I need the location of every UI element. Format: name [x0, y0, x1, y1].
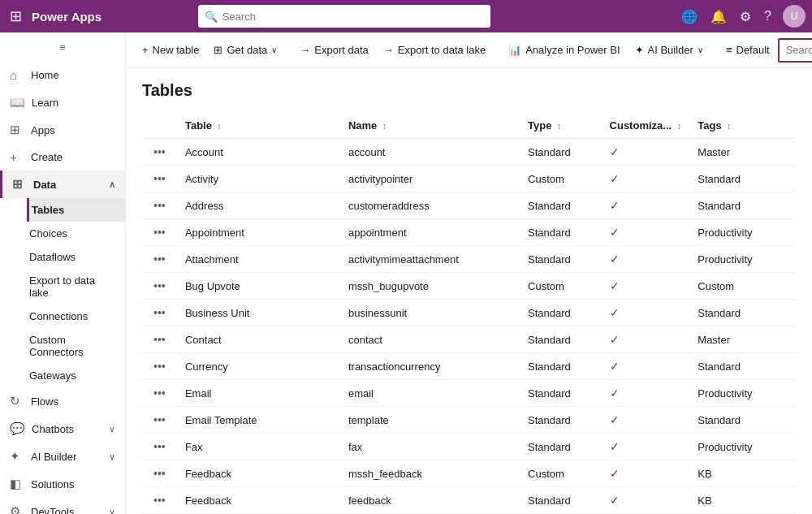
sidebar-item-data[interactable]: ⊞ Data ∧	[0, 171, 125, 198]
col-name-header[interactable]: Name ↕	[340, 113, 520, 139]
row-context-menu-button[interactable]: •••	[150, 331, 169, 348]
bell-icon[interactable]: 🔔	[706, 6, 732, 28]
row-table-4: Attachment	[177, 246, 340, 273]
row-name-7: contact	[340, 326, 520, 353]
sidebar-subitem-gateways[interactable]: Gateways	[29, 364, 125, 387]
row-dots-10[interactable]: •••	[142, 407, 177, 434]
row-dots-13[interactable]: •••	[142, 487, 177, 514]
table-row[interactable]: ••• Attachment activitymimeattachment St…	[142, 246, 796, 273]
sidebar-item-devtools[interactable]: ⚙ DevTools ∨	[0, 498, 125, 514]
grid-icon[interactable]: ⊞	[6, 4, 25, 28]
row-tags-7: Master	[689, 326, 796, 353]
sidebar-item-flows[interactable]: ↻ Flows	[0, 387, 125, 415]
sidebar-collapse-button[interactable]: ≡	[0, 32, 125, 62]
sidebar-subitem-export-data-lake[interactable]: Export to data lake	[29, 269, 125, 305]
row-context-menu-button[interactable]: •••	[150, 278, 169, 294]
row-context-menu-button[interactable]: •••	[150, 197, 169, 214]
table-row[interactable]: ••• Bug Upvote mssh_bugupvote Custom ✓ C…	[142, 273, 796, 300]
row-dots-7[interactable]: •••	[142, 326, 177, 353]
row-name-0: account	[340, 139, 520, 166]
row-context-menu-button[interactable]: •••	[150, 385, 169, 401]
sidebar-item-chatbots[interactable]: 💬 Chatbots ∨	[0, 415, 125, 443]
row-context-menu-button[interactable]: •••	[150, 492, 169, 508]
row-context-menu-button[interactable]: •••	[150, 144, 169, 160]
ai-builder-button[interactable]: ✦ AI Builder ∨	[628, 40, 710, 60]
row-dots-1[interactable]: •••	[142, 166, 177, 192]
export-data-button[interactable]: → Export data	[293, 40, 375, 60]
analyze-power-bi-button[interactable]: 📊 Analyze in Power BI	[502, 40, 626, 60]
table-search-box[interactable]	[778, 38, 812, 63]
sidebar-item-learn[interactable]: 📖 Learn	[0, 89, 125, 116]
row-dots-4[interactable]: •••	[142, 246, 177, 273]
table-row[interactable]: ••• Feedback feedback Standard ✓ KB	[142, 487, 796, 514]
row-dots-3[interactable]: •••	[142, 219, 177, 246]
row-name-2: customeraddress	[340, 192, 520, 219]
help-icon[interactable]: ?	[759, 6, 776, 27]
connections-label: Connections	[29, 310, 88, 322]
row-context-menu-button[interactable]: •••	[150, 358, 169, 374]
table-row[interactable]: ••• Email Template template Standard ✓ S…	[142, 407, 796, 434]
row-dots-12[interactable]: •••	[142, 460, 177, 487]
row-context-menu-button[interactable]: •••	[150, 224, 169, 240]
row-dots-9[interactable]: •••	[142, 380, 177, 407]
sidebar-subitem-dataflows[interactable]: Dataflows	[29, 245, 125, 269]
sidebar-subitem-choices[interactable]: Choices	[29, 222, 125, 245]
get-data-button[interactable]: ⊞ Get data ∨	[207, 40, 283, 60]
avatar[interactable]: U	[783, 5, 806, 28]
col-table-header[interactable]: Table ↕	[177, 113, 340, 139]
table-row[interactable]: ••• Feedback mssh_feedback Custom ✓ KB	[142, 460, 796, 487]
data-subitems: Tables Choices Dataflows Export to data …	[0, 198, 125, 387]
row-context-menu-button[interactable]: •••	[150, 251, 169, 267]
new-table-button[interactable]: + New table	[136, 40, 205, 60]
tables-table: Table ↕ Name ↕ Type ↕ Customiza...	[142, 113, 796, 514]
row-type-10: Standard	[520, 407, 602, 434]
sidebar-item-label: Create	[31, 151, 63, 163]
sidebar-item-solutions[interactable]: ◧ Solutions	[0, 470, 125, 498]
row-dots-11[interactable]: •••	[142, 434, 177, 460]
sidebar-subitem-connections[interactable]: Connections	[29, 305, 125, 328]
sidebar-subitem-custom-connectors[interactable]: Custom Connectors	[29, 328, 125, 364]
custom-connectors-label: Custom Connectors	[29, 334, 115, 358]
col-custom-header[interactable]: Customiza... ↕	[602, 113, 690, 139]
table-row[interactable]: ••• Business Unit businessunit Standard …	[142, 300, 796, 326]
table-search-input[interactable]	[786, 44, 812, 56]
sidebar-subitem-tables[interactable]: Tables	[27, 198, 125, 222]
row-context-menu-button[interactable]: •••	[150, 438, 169, 455]
chevron-down-icon: ∨	[109, 451, 115, 462]
row-context-menu-button[interactable]: •••	[150, 305, 169, 321]
sort-icon: ↕	[218, 122, 222, 131]
table-row[interactable]: ••• Activity activitypointer Custom ✓ St…	[142, 166, 796, 192]
row-context-menu-button[interactable]: •••	[150, 171, 169, 187]
global-search-box[interactable]: 🔍	[198, 5, 490, 28]
row-tags-2: Standard	[689, 192, 796, 219]
sidebar-item-create[interactable]: + Create	[0, 144, 125, 171]
row-dots-5[interactable]: •••	[142, 273, 177, 300]
environment-icon[interactable]: 🌐	[676, 6, 702, 28]
row-dots-6[interactable]: •••	[142, 300, 177, 326]
export-data-lake-button[interactable]: → Export to data lake	[377, 40, 492, 60]
main-area: + New table ⊞ Get data ∨ → Export data →…	[126, 32, 812, 514]
col-type-header[interactable]: Type ↕	[520, 113, 602, 139]
table-row[interactable]: ••• Address customeraddress Standard ✓ S…	[142, 192, 796, 219]
col-tags-header[interactable]: Tags ↕	[689, 113, 796, 139]
table-row[interactable]: ••• Email email Standard ✓ Productivity	[142, 380, 796, 407]
table-row[interactable]: ••• Contact contact Standard ✓ Master	[142, 326, 796, 353]
home-icon: ⌂	[10, 68, 24, 82]
global-search-input[interactable]	[222, 11, 484, 23]
row-context-menu-button[interactable]: •••	[150, 412, 169, 428]
sidebar-item-home[interactable]: ⌂ Home	[0, 62, 125, 89]
row-dots-0[interactable]: •••	[142, 139, 177, 166]
row-dots-8[interactable]: •••	[142, 353, 177, 380]
row-dots-2[interactable]: •••	[142, 192, 177, 219]
default-button[interactable]: ≡ Default	[719, 40, 776, 60]
settings-icon[interactable]: ⚙	[735, 6, 756, 28]
row-context-menu-button[interactable]: •••	[150, 465, 169, 482]
table-row[interactable]: ••• Account account Standard ✓ Master	[142, 139, 796, 166]
row-name-12: mssh_feedback	[340, 460, 520, 487]
table-row[interactable]: ••• Appointment appointment Standard ✓ P…	[142, 219, 796, 246]
table-row[interactable]: ••• Fax fax Standard ✓ Productivity	[142, 434, 796, 460]
table-row[interactable]: ••• Currency transactioncurrency Standar…	[142, 353, 796, 380]
sort-icon: ↕	[382, 122, 387, 131]
sidebar-item-apps[interactable]: ⊞ Apps	[0, 116, 125, 144]
sidebar-item-ai-builder[interactable]: ✦ AI Builder ∨	[0, 443, 125, 470]
